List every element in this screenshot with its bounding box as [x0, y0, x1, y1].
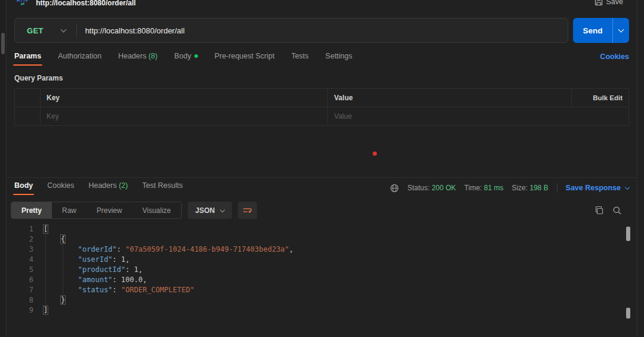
format-chevron-down-icon	[220, 207, 225, 212]
tab-params[interactable]: Params	[14, 52, 41, 66]
request-titlebar: HTTP⇄ http://localhost:8080/order/all Sa…	[7, 0, 636, 8]
code-line: 7 "status": "ORDER_COMPLETED"	[7, 285, 636, 295]
network-globe-icon[interactable]	[390, 184, 399, 193]
code-line: 1[	[7, 224, 636, 234]
wrap-text-button[interactable]	[238, 202, 257, 219]
view-raw-button[interactable]: Raw	[52, 202, 86, 218]
line-number: 3	[7, 245, 33, 255]
response-tab-headers[interactable]: Headers (2)	[88, 181, 128, 195]
tab-prerequest-script[interactable]: Pre-request Script	[215, 52, 275, 66]
response-tab-test-results[interactable]: Test Results	[142, 181, 182, 195]
row-actions-cell	[571, 107, 628, 125]
response-body-code[interactable]: 1[2 {3 "orderId": "07a5059f-1024-4186-b9…	[7, 224, 636, 316]
line-number: 5	[7, 265, 33, 275]
tab-tests[interactable]: Tests	[291, 52, 308, 66]
view-mode-segmented-control: Pretty Raw Preview Visualize	[11, 202, 182, 219]
response-tabs: Body Cookies Headers (2) Test Results St…	[7, 178, 636, 198]
line-number: 8	[7, 295, 33, 305]
view-visualize-button[interactable]: Visualize	[132, 202, 181, 218]
tab-settings[interactable]: Settings	[326, 52, 352, 66]
line-number: 4	[7, 255, 33, 265]
indent-guide	[63, 245, 63, 295]
right-edge-strip	[637, 0, 644, 337]
send-chevron-down-icon	[618, 27, 624, 33]
format-label: JSON	[196, 206, 215, 215]
left-scroll-strip	[0, 0, 7, 337]
save-response-button[interactable]: Save Response	[566, 184, 629, 192]
body-dot-indicator	[194, 54, 198, 58]
save-floppy-icon	[595, 0, 603, 6]
table-row: Key Value	[15, 107, 628, 125]
method-selector[interactable]: GET	[15, 26, 76, 35]
bulk-edit-button[interactable]: Bulk Edit	[571, 89, 628, 107]
line-number: 2	[7, 234, 33, 245]
response-pane: Body Cookies Headers (2) Test Results St…	[7, 177, 636, 337]
size-text: Size: 198 B	[512, 184, 548, 192]
response-meta: Status: 200 OK Time: 81 ms Size: 198 B S…	[390, 183, 629, 193]
response-scrollbar-thumb[interactable]	[626, 227, 630, 241]
line-number: 9	[7, 305, 33, 316]
value-column-header: Value	[327, 89, 571, 107]
status-value: 200 OK	[432, 184, 456, 192]
response-tab-cookies[interactable]: Cookies	[47, 181, 74, 195]
request-tab-title: http://localhost:8080/order/all	[36, 0, 135, 7]
request-url-bar: GET http://localhost:8080/order/all	[14, 18, 568, 43]
save-response-chevron-icon	[625, 184, 630, 189]
search-icon[interactable]	[612, 206, 622, 215]
code-line: 4 "userId": 1,	[7, 255, 636, 265]
line-number: 1	[7, 224, 33, 234]
response-headers-count-badge: (2)	[119, 181, 128, 190]
copy-icon[interactable]	[595, 206, 604, 215]
save-button[interactable]: Save	[595, 0, 624, 6]
size-value: 198 B	[530, 184, 548, 192]
line-number: 6	[7, 275, 33, 285]
key-column-header: Key	[40, 89, 327, 107]
value-input[interactable]: Value	[327, 107, 571, 125]
line-number: 7	[7, 285, 33, 295]
key-input[interactable]: Key	[40, 107, 327, 125]
send-button-group: Send	[573, 18, 629, 43]
time-text: Time: 81 ms	[465, 184, 504, 192]
code-scrollbar-thumb[interactable]	[626, 308, 630, 319]
send-options-button[interactable]	[613, 18, 629, 43]
red-dot-indicator	[373, 152, 377, 156]
tab-headers[interactable]: Headers (8)	[118, 52, 157, 66]
cookies-link[interactable]: Cookies	[600, 52, 629, 64]
code-line: 3 "orderId": "07a5059f-1024-4186-b949-71…	[7, 245, 636, 255]
status-text: Status: 200 OK	[407, 184, 456, 192]
method-chevron-down-icon	[60, 27, 66, 33]
code-line: 9]	[7, 305, 636, 316]
format-dropdown[interactable]: JSON	[188, 202, 233, 219]
tab-body[interactable]: Body	[174, 52, 198, 66]
table-header-row: Key Value Bulk Edit	[15, 89, 628, 107]
response-view-toolbar: Pretty Raw Preview Visualize JSON	[11, 202, 629, 219]
left-scrollbar-thumb[interactable]	[1, 33, 5, 54]
url-input[interactable]: http://localhost:8080/order/all	[77, 26, 185, 35]
code-line: 8 }	[7, 295, 636, 305]
view-preview-button[interactable]: Preview	[86, 202, 132, 218]
query-params-table: Key Value Bulk Edit Key Value	[14, 88, 629, 126]
code-line: 2 {	[7, 234, 636, 245]
row-select-cell	[15, 107, 40, 125]
http-request-icon: HTTP⇄	[17, 0, 29, 7]
query-params-title: Query Params	[14, 74, 629, 82]
headers-count-badge: (8)	[148, 52, 157, 60]
send-button[interactable]: Send	[573, 18, 613, 43]
tab-authorization[interactable]: Authorization	[58, 52, 101, 66]
method-label: GET	[15, 26, 61, 35]
wrap-text-icon	[243, 206, 252, 215]
select-column-header	[15, 89, 40, 107]
code-line: 6 "amount": 100.0,	[7, 275, 636, 285]
save-label: Save	[606, 0, 624, 6]
meta-divider	[557, 183, 558, 193]
code-line: 5 "productId": 1,	[7, 265, 636, 275]
postman-window: HTTP⇄ http://localhost:8080/order/all Sa…	[0, 0, 644, 337]
view-pretty-button[interactable]: Pretty	[11, 202, 52, 218]
response-tab-body[interactable]: Body	[14, 181, 33, 195]
time-value: 81 ms	[484, 184, 504, 192]
indent-guide	[45, 234, 46, 305]
request-tabs: Params Authorization Headers (8) Body Pr…	[14, 51, 629, 66]
